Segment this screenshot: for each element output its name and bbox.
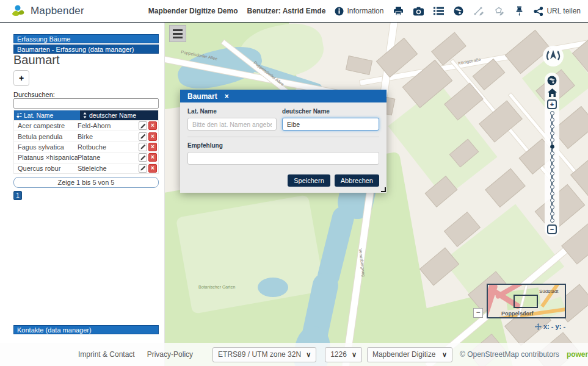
overview-extent-box[interactable]	[514, 295, 538, 308]
application-select[interactable]: Mapbender Digitize Demo ∨	[367, 347, 452, 362]
base-layer-button[interactable]	[547, 75, 557, 85]
draw-polygon-button[interactable]	[493, 5, 504, 16]
page-1-button[interactable]: 1	[13, 191, 22, 200]
legend-button[interactable]	[433, 5, 444, 16]
brand[interactable]: Mapbender	[10, 4, 84, 18]
edit-row-button[interactable]	[139, 121, 147, 130]
compass-rotate-control[interactable]	[542, 45, 565, 68]
zoom-slider-stop[interactable]	[550, 192, 554, 196]
sidebar-toggle-button[interactable]	[169, 25, 186, 42]
table-row[interactable]: Fagus sylvaticaRotbuche×	[14, 142, 158, 152]
delete-row-button[interactable]: ×	[148, 153, 157, 162]
accordion-baumarten-erfassung[interactable]: Baumarten - Erfassung (data manager)	[13, 45, 159, 54]
pencil-icon	[140, 165, 146, 171]
share-url-button[interactable]: URL teilen	[534, 7, 581, 16]
screenshot-button[interactable]	[413, 5, 424, 16]
zoom-slider-stop[interactable]	[550, 198, 554, 203]
deutscher-name-input[interactable]	[282, 118, 379, 131]
zoom-slider-stop[interactable]	[550, 218, 554, 223]
table-row[interactable]: Platanus ×hispanicaPlatane×	[14, 152, 158, 162]
zoom-out-button[interactable]: −	[547, 224, 557, 234]
empfehlung-input[interactable]	[187, 152, 379, 165]
print-button[interactable]	[393, 5, 404, 16]
dialog-divider	[187, 137, 379, 137]
zoom-slider-stop[interactable]	[550, 118, 554, 122]
zoom-slider-stop[interactable]	[550, 185, 554, 189]
zoom-slider-current-stop[interactable]	[550, 145, 554, 149]
delete-row-button[interactable]: ×	[148, 143, 157, 151]
zoom-slider-stop[interactable]	[550, 124, 554, 129]
zoom-slider-stop[interactable]	[550, 178, 554, 182]
accordion-kontakte[interactable]: Kontakte (data manager)	[13, 325, 159, 334]
cell-deutscher-name: Birke	[78, 133, 139, 140]
zoom-slider-stop[interactable]	[550, 171, 554, 176]
pagination-info: Zeige 1 bis 5 von 5	[13, 177, 159, 188]
edit-row-button[interactable]	[139, 153, 147, 162]
edit-row-button[interactable]	[139, 132, 147, 141]
poi-button[interactable]	[514, 5, 524, 16]
add-record-button[interactable]: +	[13, 70, 29, 86]
home-icon	[548, 88, 557, 97]
overview-collapse-button[interactable]: −	[473, 308, 483, 318]
map-canvas[interactable]: Poppelsdorfer Allee Poppelsdorfer Allee …	[165, 23, 588, 366]
mapbender-app: Poppelsdorfer Allee Poppelsdorfer Allee …	[0, 0, 588, 366]
save-button[interactable]: Speichern	[288, 174, 330, 187]
table-row[interactable]: Betula pendulaBirke×	[14, 131, 158, 141]
dialog-close-button[interactable]: ×	[225, 92, 229, 101]
map-building	[535, 184, 586, 232]
edit-row-button[interactable]	[139, 164, 147, 173]
powered-by-mapbender[interactable]: powered by Mapbender	[567, 350, 588, 359]
compass-icon	[542, 45, 565, 68]
cell-deutscher-name: Platane	[78, 154, 139, 161]
baumart-dialog: Baumart × Lat. Name deutscher Name Empfe…	[180, 90, 387, 193]
edit-row-button[interactable]	[139, 143, 147, 151]
cell-lat-name: Quercus robur	[14, 165, 78, 172]
search-input[interactable]	[13, 98, 159, 109]
wms-button[interactable]	[453, 5, 464, 16]
application-value: Mapbender Digitize Demo	[372, 350, 437, 359]
zoom-slider-stop[interactable]	[550, 205, 554, 209]
zoom-slider-stop[interactable]	[550, 131, 554, 135]
pencil-icon	[140, 155, 146, 160]
table-header-row: Lat. Name deutscher Name	[14, 110, 158, 120]
cell-lat-name: Fagus sylvatica	[14, 143, 78, 151]
srs-select[interactable]: ETRS89 / UTM zone 32N ∨	[212, 347, 316, 362]
zoom-slider[interactable]	[550, 111, 554, 223]
dialog-resize-handle[interactable]	[381, 187, 386, 192]
column-label: deutscher Name	[89, 112, 136, 119]
globe-icon	[454, 6, 463, 16]
dialog-title: Baumart	[187, 92, 217, 101]
dialog-titlebar[interactable]: Baumart ×	[180, 90, 387, 102]
zoom-slider-stop[interactable]	[550, 158, 554, 162]
column-header-lat-name[interactable]: Lat. Name	[14, 110, 80, 120]
delete-row-button[interactable]: ×	[148, 132, 157, 141]
table-row[interactable]: Quercus roburStieleiche×	[14, 163, 158, 173]
privacy-link[interactable]: Privacy-Policy	[147, 350, 193, 359]
scale-select[interactable]: 1226 ∨	[325, 347, 362, 362]
zoom-slider-stop[interactable]	[550, 138, 554, 142]
overview-label-suedstadt: Südstadt	[539, 289, 559, 294]
zoom-slider-stop[interactable]	[550, 151, 554, 156]
imprint-link[interactable]: Imprint & Contact	[78, 350, 135, 359]
coordinates-value: x: - y: -	[543, 323, 565, 330]
delete-row-button[interactable]: ×	[148, 164, 157, 173]
zoom-slider-stop[interactable]	[550, 111, 554, 115]
pencil-icon	[140, 123, 146, 129]
information-button[interactable]: Information	[335, 7, 383, 16]
zoom-slider-stop[interactable]	[550, 212, 554, 216]
delete-row-button[interactable]: ×	[148, 121, 157, 130]
table-row[interactable]: Acer campestreFeld-Ahorn×	[14, 120, 158, 131]
overview-map[interactable]: Südstadt Poppelsdorf	[487, 284, 566, 318]
app-footer: Imprint & Contact Privacy-Policy ETRS89 …	[0, 343, 588, 366]
zoom-in-button[interactable]: +	[547, 99, 557, 109]
chevron-down-icon: ∨	[352, 351, 357, 359]
home-extent-button[interactable]	[547, 87, 557, 98]
lat-name-input[interactable]	[187, 118, 277, 131]
zoom-slider-stop[interactable]	[550, 165, 554, 169]
mapbender-logo-icon	[10, 4, 26, 18]
measure-line-button[interactable]	[473, 5, 484, 16]
cancel-button[interactable]: Abbrechen	[335, 174, 379, 187]
area-label: Botanischer Garten	[198, 285, 235, 289]
accordion-erfassung-baeume[interactable]: Erfassung Bäume	[13, 34, 159, 43]
column-header-deutscher-name[interactable]: deutscher Name	[80, 110, 158, 120]
